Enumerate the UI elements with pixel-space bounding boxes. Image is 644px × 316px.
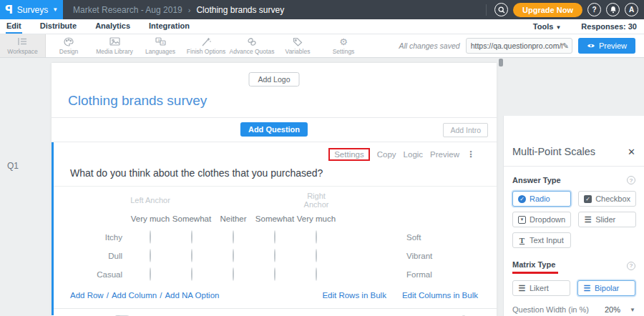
toolbar-item-variables[interactable]: Variables [275,34,321,57]
radio-button[interactable] [233,267,234,281]
close-icon[interactable]: ✕ [628,147,635,157]
row-right-label[interactable]: Vibrant [337,252,432,260]
upgrade-now-button[interactable]: Upgrade Now [513,3,582,17]
radio-button[interactable] [233,230,234,244]
answer-type-text-input[interactable]: T Text Input [512,232,571,248]
chevron-down-icon[interactable]: ▼ [630,307,635,313]
tab-distribute[interactable]: Distribute [39,19,77,34]
settings-action[interactable]: Settings [328,148,370,161]
matrix-type-section: Matrix Type ? [512,257,635,274]
row-left-label[interactable]: Dull [70,252,130,260]
breadcrumb-parent[interactable]: Market Research - Aug 2019 [73,5,182,15]
toolbar-item-media-library[interactable]: Media Library [92,34,137,57]
tools-label: Tools [533,22,554,31]
bell-icon [610,6,617,14]
answer-type-checkbox[interactable]: ✓ Checkbox [578,191,636,207]
radio-button[interactable] [150,230,151,244]
question-width-row: Question Width (in %) 20% ▼ [512,305,635,314]
radio-button[interactable] [150,267,151,281]
radio-button[interactable] [191,249,192,262]
preview-action[interactable]: Preview [430,150,459,159]
svg-text:あ: あ [157,38,161,43]
survey-title[interactable]: Clothing brands survey [68,93,207,109]
tab-integration[interactable]: Integration [148,19,190,34]
question-width-label: Question Width (in %) [512,305,589,314]
question-text[interactable]: What do you think about the clothes that… [54,161,497,186]
radio-button[interactable] [274,230,275,244]
toolbar-item-settings[interactable]: ⚙ Settings [321,34,366,57]
add-row-link[interactable]: Add Row [70,291,104,300]
checkbox-icon: ✓ [584,195,592,203]
top-bar: P Surveys ▼ Market Research - Aug 2019 ›… [0,0,644,19]
edit-columns-bulk-link[interactable]: Edit Columns in Bulk [402,291,478,300]
notifications-button[interactable] [606,3,620,16]
row-right-label[interactable]: Soft [337,233,421,242]
survey-canvas: Add Logo Clothing brands survey Add Ques… [52,63,497,316]
survey-url-box: ✎ [466,38,572,54]
option-label: Radio [530,194,550,203]
tab-edit[interactable]: Edit [6,19,22,34]
row-right-label[interactable]: Formal [337,270,432,279]
add-logo-button[interactable]: Add Logo [249,72,300,87]
radio-button[interactable] [274,249,275,262]
bulk-links: Edit Rows in Bulk Edit Columns in Bulk [322,291,478,300]
kebab-menu-icon[interactable]: ⋮ [467,152,475,157]
toolbar-item-design[interactable]: Design [46,34,92,57]
edit-url-button[interactable]: ✎ [562,41,569,51]
canvas-scrollbar[interactable] [499,59,503,66]
tools-menu[interactable]: Tools ▼ [533,22,562,31]
questionpro-logo: P [5,4,13,16]
toolbar-item-finish-options[interactable]: Finish Options [183,34,229,57]
radio-button[interactable] [150,249,151,262]
answer-type-dropdown[interactable]: ▼ Dropdown [512,212,571,227]
add-na-option-link[interactable]: Add NA Option [165,291,219,300]
add-column-link[interactable]: Add Column [112,291,157,300]
divider [504,166,644,167]
logic-action[interactable]: Logic [404,150,424,159]
help-icon[interactable]: ? [627,262,635,270]
option-label: Dropdown [530,215,565,224]
toolbar-item-advance-quotas[interactable]: Advance Quotas [229,34,275,57]
copy-action[interactable]: Copy [377,150,396,159]
matrix-type-likert[interactable]: ☰ Likert [512,280,570,296]
divider [486,4,487,16]
radio-button[interactable] [191,230,192,244]
add-question-button[interactable]: Add Question [240,122,308,137]
left-anchor-label: Left Anchor [130,196,171,204]
avatar[interactable]: A [625,3,638,16]
menu-bar: Edit Distribute Analytics Integration To… [0,19,644,34]
toolbar-item-workspace[interactable]: Workspace [0,34,46,57]
main-tabs: Edit Distribute Analytics Integration [6,19,190,34]
radio-button[interactable] [233,249,234,262]
add-question-strip: Add Question Add Intro [52,117,497,142]
radio-button[interactable] [316,230,317,244]
row-left-label[interactable]: Itchy [70,233,130,242]
content-area: Q1 Add Logo Clothing brands survey Add Q… [0,58,644,316]
answer-type-slider[interactable]: ☰ Slider [578,212,636,227]
text-input-icon: T [518,237,526,245]
panel-title: Multi-Point Scales [512,146,595,157]
answer-type-radio[interactable]: ✓ Radio [512,191,571,207]
surveys-menu[interactable]: P Surveys ▼ [0,0,63,19]
matrix-row: Itchy Soft [70,228,497,247]
help-button[interactable]: ? [587,3,601,16]
preview-button[interactable]: Preview [578,38,635,54]
survey-url-input[interactable] [471,41,562,50]
radio-button[interactable] [274,267,275,281]
radio-button[interactable] [316,249,317,262]
toolbar-label: Variables [286,48,311,55]
toolbar-item-languages[interactable]: あA Languages [137,34,183,57]
slider-icon: ☰ [584,216,592,224]
edit-rows-bulk-link[interactable]: Edit Rows in Bulk [322,291,386,300]
add-intro-button[interactable]: Add Intro [443,123,488,137]
tab-analytics[interactable]: Analytics [94,19,131,34]
row-left-label[interactable]: Casual [70,270,130,279]
radio-button[interactable] [316,267,317,281]
radio-button[interactable] [191,267,192,281]
help-icon[interactable]: ? [627,176,635,184]
matrix-type-bipolar[interactable]: ☰ Bipolar [577,280,635,296]
red-underline-annotation [512,272,558,274]
search-button[interactable] [494,3,508,16]
question-width-value[interactable]: 20% [605,305,620,314]
panel-title-row: Multi-Point Scales ✕ [512,146,635,157]
